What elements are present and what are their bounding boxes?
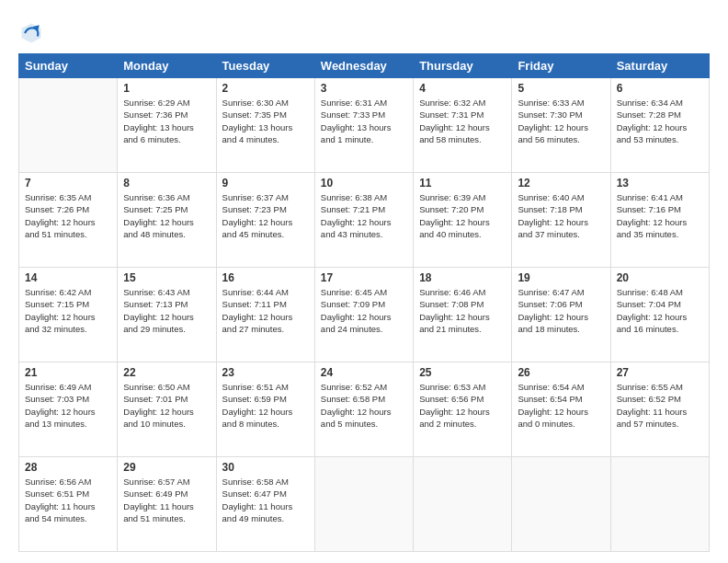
day-number: 21	[25, 366, 111, 379]
week-row-5: 28Sunrise: 6:56 AM Sunset: 6:51 PM Dayli…	[19, 457, 710, 552]
day-cell-27: 27Sunrise: 6:55 AM Sunset: 6:52 PM Dayli…	[610, 362, 709, 457]
day-number: 22	[123, 366, 210, 379]
day-cell-19: 19Sunrise: 6:47 AM Sunset: 7:06 PM Dayli…	[512, 268, 610, 362]
day-info: Sunrise: 6:45 AM Sunset: 7:09 PM Dayligh…	[321, 286, 407, 335]
day-cell-1: 1Sunrise: 6:29 AM Sunset: 7:36 PM Daylig…	[118, 78, 216, 173]
day-number: 16	[222, 271, 309, 284]
day-number: 10	[321, 177, 407, 190]
day-cell-4: 4Sunrise: 6:32 AM Sunset: 7:31 PM Daylig…	[414, 78, 512, 173]
week-row-3: 14Sunrise: 6:42 AM Sunset: 7:15 PM Dayli…	[19, 268, 710, 362]
day-cell-24: 24Sunrise: 6:52 AM Sunset: 6:58 PM Dayli…	[314, 362, 413, 457]
day-number: 7	[25, 177, 111, 190]
day-header-saturday: Saturday	[610, 54, 709, 78]
day-info: Sunrise: 6:34 AM Sunset: 7:28 PM Dayligh…	[617, 97, 703, 145]
day-info: Sunrise: 6:33 AM Sunset: 7:30 PM Dayligh…	[518, 97, 604, 145]
day-number: 3	[321, 82, 407, 95]
day-info: Sunrise: 6:53 AM Sunset: 6:56 PM Dayligh…	[419, 381, 506, 430]
day-info: Sunrise: 6:40 AM Sunset: 7:18 PM Dayligh…	[518, 191, 604, 240]
day-cell-9: 9Sunrise: 6:37 AM Sunset: 7:23 PM Daylig…	[216, 173, 314, 268]
day-header-monday: Monday	[118, 54, 216, 78]
day-number: 26	[518, 366, 604, 379]
day-cell-6: 6Sunrise: 6:34 AM Sunset: 7:28 PM Daylig…	[610, 78, 709, 173]
day-number: 8	[123, 177, 210, 190]
day-info: Sunrise: 6:30 AM Sunset: 7:35 PM Dayligh…	[222, 97, 309, 145]
day-number: 4	[419, 82, 506, 95]
day-cell-3: 3Sunrise: 6:31 AM Sunset: 7:33 PM Daylig…	[314, 78, 413, 173]
logo-icon	[18, 20, 44, 46]
day-info: Sunrise: 6:50 AM Sunset: 7:01 PM Dayligh…	[123, 381, 210, 430]
day-number: 12	[518, 177, 604, 190]
day-info: Sunrise: 6:38 AM Sunset: 7:21 PM Dayligh…	[321, 191, 407, 240]
day-info: Sunrise: 6:37 AM Sunset: 7:23 PM Dayligh…	[222, 191, 309, 240]
day-number: 23	[222, 366, 309, 379]
empty-cell	[19, 78, 118, 173]
day-info: Sunrise: 6:36 AM Sunset: 7:25 PM Dayligh…	[123, 191, 210, 240]
week-row-4: 21Sunrise: 6:49 AM Sunset: 7:03 PM Dayli…	[19, 362, 710, 457]
day-header-friday: Friday	[512, 54, 610, 78]
day-number: 9	[222, 177, 309, 190]
week-row-2: 7Sunrise: 6:35 AM Sunset: 7:26 PM Daylig…	[19, 173, 710, 268]
day-info: Sunrise: 6:52 AM Sunset: 6:58 PM Dayligh…	[321, 381, 407, 430]
day-info: Sunrise: 6:51 AM Sunset: 6:59 PM Dayligh…	[222, 381, 309, 430]
day-info: Sunrise: 6:42 AM Sunset: 7:15 PM Dayligh…	[25, 286, 111, 335]
day-number: 2	[222, 82, 309, 95]
day-cell-5: 5Sunrise: 6:33 AM Sunset: 7:30 PM Daylig…	[512, 78, 610, 173]
day-info: Sunrise: 6:31 AM Sunset: 7:33 PM Dayligh…	[321, 97, 407, 145]
day-cell-28: 28Sunrise: 6:56 AM Sunset: 6:51 PM Dayli…	[19, 457, 118, 552]
empty-cell	[414, 457, 512, 552]
day-number: 19	[518, 271, 604, 284]
day-info: Sunrise: 6:49 AM Sunset: 7:03 PM Dayligh…	[25, 381, 111, 430]
day-headers-row: SundayMondayTuesdayWednesdayThursdayFrid…	[19, 54, 710, 78]
day-cell-30: 30Sunrise: 6:58 AM Sunset: 6:47 PM Dayli…	[216, 457, 314, 552]
calendar-table: SundayMondayTuesdayWednesdayThursdayFrid…	[18, 53, 710, 552]
day-cell-26: 26Sunrise: 6:54 AM Sunset: 6:54 PM Dayli…	[512, 362, 610, 457]
day-number: 11	[419, 177, 506, 190]
day-info: Sunrise: 6:39 AM Sunset: 7:20 PM Dayligh…	[419, 191, 506, 240]
day-number: 5	[518, 82, 604, 95]
empty-cell	[314, 457, 413, 552]
empty-cell	[512, 457, 610, 552]
day-cell-11: 11Sunrise: 6:39 AM Sunset: 7:20 PM Dayli…	[414, 173, 512, 268]
day-number: 25	[419, 366, 506, 379]
day-number: 24	[321, 366, 407, 379]
day-info: Sunrise: 6:58 AM Sunset: 6:47 PM Dayligh…	[222, 476, 309, 524]
day-number: 13	[617, 177, 703, 190]
day-number: 20	[617, 271, 703, 284]
day-info: Sunrise: 6:56 AM Sunset: 6:51 PM Dayligh…	[25, 476, 111, 524]
day-info: Sunrise: 6:57 AM Sunset: 6:49 PM Dayligh…	[123, 476, 210, 524]
day-number: 30	[222, 461, 309, 474]
day-cell-12: 12Sunrise: 6:40 AM Sunset: 7:18 PM Dayli…	[512, 173, 610, 268]
day-header-wednesday: Wednesday	[314, 54, 413, 78]
day-cell-7: 7Sunrise: 6:35 AM Sunset: 7:26 PM Daylig…	[19, 173, 118, 268]
day-cell-14: 14Sunrise: 6:42 AM Sunset: 7:15 PM Dayli…	[19, 268, 118, 362]
day-info: Sunrise: 6:32 AM Sunset: 7:31 PM Dayligh…	[419, 97, 506, 145]
day-info: Sunrise: 6:48 AM Sunset: 7:04 PM Dayligh…	[617, 286, 703, 335]
day-info: Sunrise: 6:43 AM Sunset: 7:13 PM Dayligh…	[123, 286, 210, 335]
day-number: 6	[617, 82, 703, 95]
day-cell-23: 23Sunrise: 6:51 AM Sunset: 6:59 PM Dayli…	[216, 362, 314, 457]
day-info: Sunrise: 6:54 AM Sunset: 6:54 PM Dayligh…	[518, 381, 604, 430]
day-cell-20: 20Sunrise: 6:48 AM Sunset: 7:04 PM Dayli…	[610, 268, 709, 362]
day-cell-17: 17Sunrise: 6:45 AM Sunset: 7:09 PM Dayli…	[314, 268, 413, 362]
header	[18, 17, 710, 46]
day-header-sunday: Sunday	[19, 54, 118, 78]
empty-cell	[610, 457, 709, 552]
day-number: 1	[123, 82, 210, 95]
day-info: Sunrise: 6:44 AM Sunset: 7:11 PM Dayligh…	[222, 286, 309, 335]
day-number: 15	[123, 271, 210, 284]
day-header-thursday: Thursday	[414, 54, 512, 78]
day-cell-8: 8Sunrise: 6:36 AM Sunset: 7:25 PM Daylig…	[118, 173, 216, 268]
day-cell-13: 13Sunrise: 6:41 AM Sunset: 7:16 PM Dayli…	[610, 173, 709, 268]
day-number: 29	[123, 461, 210, 474]
day-cell-25: 25Sunrise: 6:53 AM Sunset: 6:56 PM Dayli…	[414, 362, 512, 457]
day-cell-22: 22Sunrise: 6:50 AM Sunset: 7:01 PM Dayli…	[118, 362, 216, 457]
day-header-tuesday: Tuesday	[216, 54, 314, 78]
day-number: 28	[25, 461, 111, 474]
day-number: 14	[25, 271, 111, 284]
day-number: 27	[617, 366, 703, 379]
day-info: Sunrise: 6:46 AM Sunset: 7:08 PM Dayligh…	[419, 286, 506, 335]
day-info: Sunrise: 6:35 AM Sunset: 7:26 PM Dayligh…	[25, 191, 111, 240]
day-info: Sunrise: 6:29 AM Sunset: 7:36 PM Dayligh…	[123, 97, 210, 145]
day-info: Sunrise: 6:55 AM Sunset: 6:52 PM Dayligh…	[617, 381, 703, 430]
day-cell-2: 2Sunrise: 6:30 AM Sunset: 7:35 PM Daylig…	[216, 78, 314, 173]
